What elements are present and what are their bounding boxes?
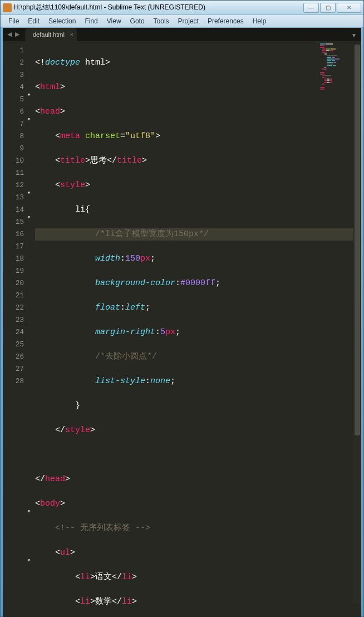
line-number: 13 [3,192,24,204]
code-line: <ul> [35,547,361,559]
tab-history-back-icon[interactable]: ◀ [6,31,13,38]
line-number: 11 [3,167,24,179]
line-number: 20 [3,277,24,290]
vertical-scrollbar[interactable] [353,45,361,603]
line-number: 4 [3,81,24,94]
code-line: <title>思考</title> [35,155,361,167]
tab-label: default.html [33,31,65,38]
code-line: <!doctype html> [35,57,361,69]
line-number: 18 [3,253,24,265]
titlebar[interactable]: H:\php\总结\1109\default.html - Sublime Te… [1,1,363,15]
line-number: 19 [3,265,24,277]
code-line: } [35,400,361,412]
code-line: width:150px; [35,253,361,265]
code-line: <body> [35,498,361,510]
line-number: 22 [3,302,24,314]
code-line: </style> [35,424,361,437]
line-number: 12 [3,179,24,192]
code-line: <meta charset="utf8"> [35,130,361,143]
code-line: /*去除小圆点*/ [35,351,361,363]
line-number: 26 [3,351,24,363]
window-frame: H:\php\总结\1109\default.html - Sublime Te… [0,0,364,617]
line-number: 10 [3,155,24,167]
line-number: 14 [3,204,24,216]
code-line: </head> [35,473,361,486]
minimize-button[interactable]: — [303,3,319,13]
minimap[interactable] [320,43,352,110]
line-number: 3 [3,69,24,81]
maximize-button[interactable]: ▢ [320,3,336,13]
code-line [35,449,361,461]
line-number: 24 [3,326,24,339]
tabbar: ◀ ▶ default.html × ▼ [3,28,361,41]
line-number: 28 [3,375,24,388]
line-number: 8 [3,130,24,143]
line-number: 15 [3,216,24,228]
window-buttons: — ▢ ✕ [303,3,361,13]
line-number: 25 [3,339,24,351]
code-line: <!-- 无序列表标签 --> [35,522,361,535]
line-number: 27 [3,363,24,375]
code-line: background-color:#0000ff; [35,277,361,290]
code-line: <style> [35,179,361,192]
tab-history-forward-icon[interactable]: ▶ [14,31,21,38]
menu-goto[interactable]: Goto [126,16,149,26]
menubar: File Edit Selection Find View Goto Tools… [1,15,363,27]
menu-preferences[interactable]: Preferences [203,16,248,26]
line-number: 9 [3,143,24,155]
line-number-gutter: 1234567891011121314151617181920212223242… [3,41,29,617]
code-line: <li>语文</li> [35,571,361,584]
scrollbar-thumb[interactable] [355,45,360,435]
code-line: <html> [35,81,361,94]
line-number: 7 [3,118,24,130]
code-line: <li>数学</li> [35,596,361,608]
app-icon [3,3,12,12]
code-area[interactable]: <!doctype html> <html> <head> <meta char… [29,41,361,617]
code-line: <head> [35,106,361,118]
code-line-active: /*li盒子模型宽度为150px*/ [35,228,361,241]
menu-selection[interactable]: Selection [44,16,80,26]
line-number: 1 [3,45,24,57]
tab-dropdown-icon[interactable]: ▼ [351,32,357,38]
menu-edit[interactable]: Edit [23,16,44,26]
line-number: 6 [3,106,24,118]
line-number: 2 [3,57,24,69]
menu-tools[interactable]: Tools [149,16,174,26]
menu-find[interactable]: Find [80,16,102,26]
code-line: list-style:none; [35,375,361,388]
menu-file[interactable]: File [4,16,23,26]
code-line: li{ [35,204,361,216]
code-line: float:left; [35,302,361,314]
menu-project[interactable]: Project [174,16,203,26]
tab-default-html[interactable]: default.html × [25,28,77,41]
window-title: H:\php\总结\1109\default.html - Sublime Te… [14,3,303,12]
close-button[interactable]: ✕ [337,3,361,13]
line-number: 23 [3,314,24,326]
line-number: 17 [3,241,24,253]
tab-close-icon[interactable]: × [70,31,73,38]
editor-chrome: ◀ ▶ default.html × ▼ 1234567891011121314… [3,28,361,614]
code-line: margin-right:5px; [35,326,361,339]
line-number: 5 [3,94,24,106]
line-number: 21 [3,290,24,302]
editor-body[interactable]: 1234567891011121314151617181920212223242… [3,41,361,617]
menu-view[interactable]: View [102,16,126,26]
menu-help[interactable]: Help [248,16,271,26]
line-number: 16 [3,228,24,241]
